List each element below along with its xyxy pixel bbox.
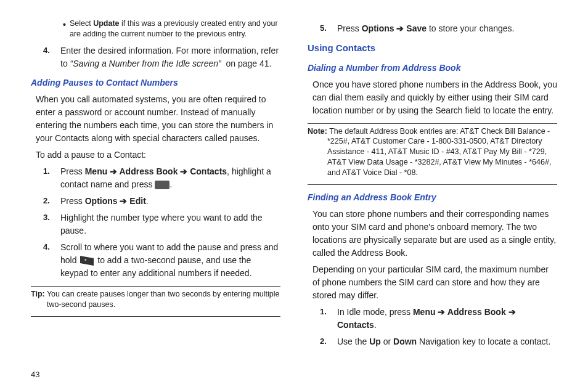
step-5: 5. Press Options ➔ Save to store your ch… bbox=[320, 22, 557, 35]
section-using-contacts: Using Contacts bbox=[308, 41, 557, 55]
step-number: 1. bbox=[320, 306, 337, 318]
pause-step-2: 2. Press Options ➔ Edit. bbox=[43, 195, 280, 208]
body-para: To add a pause to a Contact: bbox=[36, 149, 280, 161]
step-text: Press Menu ➔ Address Book ➔ Contacts, hi… bbox=[60, 165, 280, 191]
step-number: 2. bbox=[320, 335, 337, 348]
right-column: 5. Press Options ➔ Save to store your ch… bbox=[308, 18, 557, 364]
pause-step-4: 4. Scroll to where you want to add the p… bbox=[43, 241, 280, 280]
subsection-dialing: Dialing a Number from Address Book bbox=[308, 62, 557, 75]
note-box: Note: The default Address Book entries a… bbox=[308, 126, 557, 178]
subsection-finding: Finding an Address Book Entry bbox=[308, 191, 557, 204]
step-number: 2. bbox=[43, 195, 60, 207]
pause-step-3: 3. Highlight the number type where you w… bbox=[43, 211, 280, 237]
pause-step-1: 1. Press Menu ➔ Address Book ➔ Contacts,… bbox=[43, 165, 280, 191]
step-text: Use the Up or Down Navigation key to loc… bbox=[337, 335, 557, 348]
body-para: Depending on your particular SIM card, t… bbox=[312, 263, 557, 302]
step-4: 4. Enter the desired information. For mo… bbox=[43, 44, 280, 70]
tip-box: Tip: You can create pauses longer than t… bbox=[31, 289, 280, 310]
step-number: 3. bbox=[43, 211, 60, 224]
divider bbox=[308, 123, 557, 124]
find-step-2: 2. Use the Up or Down Navigation key to … bbox=[320, 335, 557, 348]
step-text: Enter the desired information. For more … bbox=[60, 44, 280, 70]
step-number: 4. bbox=[43, 241, 60, 253]
step-number: 5. bbox=[320, 22, 337, 35]
bullet-text: Select Update if this was a previously c… bbox=[70, 18, 280, 39]
step-text: In Idle mode, press Menu ➔ Address Book … bbox=[337, 306, 557, 332]
left-column: • Select Update if this was a previously… bbox=[31, 18, 280, 364]
svg-text:*: * bbox=[84, 258, 87, 264]
bullet-dot: • bbox=[63, 18, 66, 31]
step-text: Scroll to where you want to add the paus… bbox=[60, 241, 280, 280]
step-number: 4. bbox=[43, 44, 60, 57]
star-key-icon: * bbox=[79, 255, 95, 266]
body-para: You can store phone numbers and their co… bbox=[312, 208, 557, 259]
divider bbox=[31, 286, 280, 287]
divider bbox=[308, 184, 557, 185]
divider bbox=[31, 316, 280, 317]
step-text: Press Options ➔ Save to store your chang… bbox=[337, 22, 557, 35]
body-para: When you call automated systems, you are… bbox=[36, 93, 280, 145]
bullet-update: • Select Update if this was a previously… bbox=[63, 18, 280, 39]
step-number: 1. bbox=[43, 165, 60, 178]
find-step-1: 1. In Idle mode, press Menu ➔ Address Bo… bbox=[320, 306, 557, 332]
page-number: 43 bbox=[31, 369, 557, 381]
step-text: Press Options ➔ Edit. bbox=[60, 195, 280, 208]
body-para: Once you have stored phone numbers in th… bbox=[312, 78, 557, 117]
ok-key-icon bbox=[155, 181, 169, 189]
subsection-adding-pauses: Adding Pauses to Contact Numbers bbox=[31, 76, 280, 89]
step-text: Highlight the number type where you want… bbox=[60, 211, 280, 237]
